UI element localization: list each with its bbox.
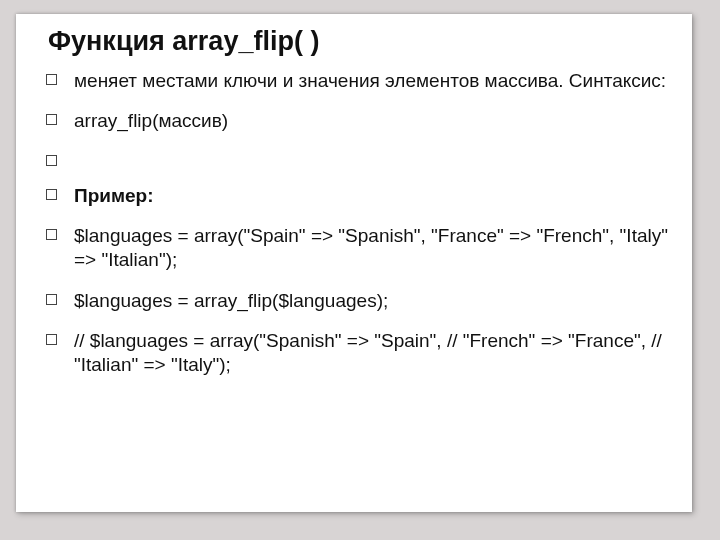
list-item: $languages = array_flip($languages);: [40, 289, 672, 313]
slide-body-list: меняет местами ключи и значения элементо…: [40, 69, 672, 378]
list-item: // $languages = array("Spanish" => "Spai…: [40, 329, 672, 378]
list-item-text: Пример:: [74, 185, 154, 206]
list-item: [40, 150, 672, 168]
slide-title: Функция array_flip( ): [48, 26, 672, 57]
list-item-text: array_flip(массив): [74, 110, 228, 131]
list-item-text: // $languages = array("Spanish" => "Spai…: [74, 330, 662, 375]
list-item: Пример:: [40, 184, 672, 208]
list-item-text: меняет местами ключи и значения элементо…: [74, 70, 666, 91]
list-item: $languages = array("Spain" => "Spanish",…: [40, 224, 672, 273]
list-item: array_flip(массив): [40, 109, 672, 133]
list-item: меняет местами ключи и значения элементо…: [40, 69, 672, 93]
slide-sheet: Функция array_flip( ) меняет местами клю…: [16, 14, 692, 512]
list-item-text: $languages = array("Spain" => "Spanish",…: [74, 225, 668, 270]
list-item-text: $languages = array_flip($languages);: [74, 290, 388, 311]
